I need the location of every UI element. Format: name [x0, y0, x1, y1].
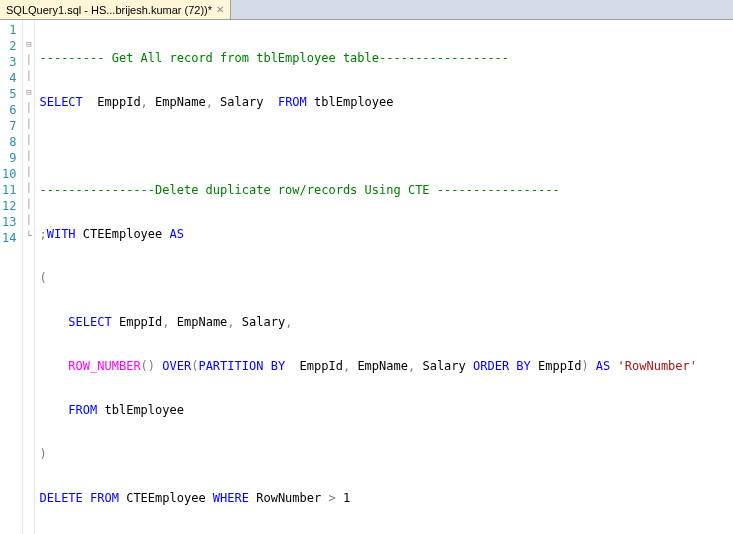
close-icon[interactable]: ✕ — [216, 4, 224, 15]
sql-editor[interactable]: 1234567 891011121314 ⊟││⊟││ ││││││└ ----… — [0, 20, 733, 534]
document-tab-bar: SQLQuery1.sql - HS...brijesh.kumar (72))… — [0, 0, 733, 20]
code-fold-gutter: ⊟││⊟││ ││││││└ — [23, 20, 35, 534]
code-area[interactable]: --------- Get All record from tblEmploye… — [35, 20, 733, 534]
line-number-gutter: 1234567 891011121314 — [0, 20, 23, 534]
document-tab[interactable]: SQLQuery1.sql - HS...brijesh.kumar (72))… — [0, 0, 231, 19]
document-tab-title: SQLQuery1.sql - HS...brijesh.kumar (72))… — [6, 4, 212, 16]
